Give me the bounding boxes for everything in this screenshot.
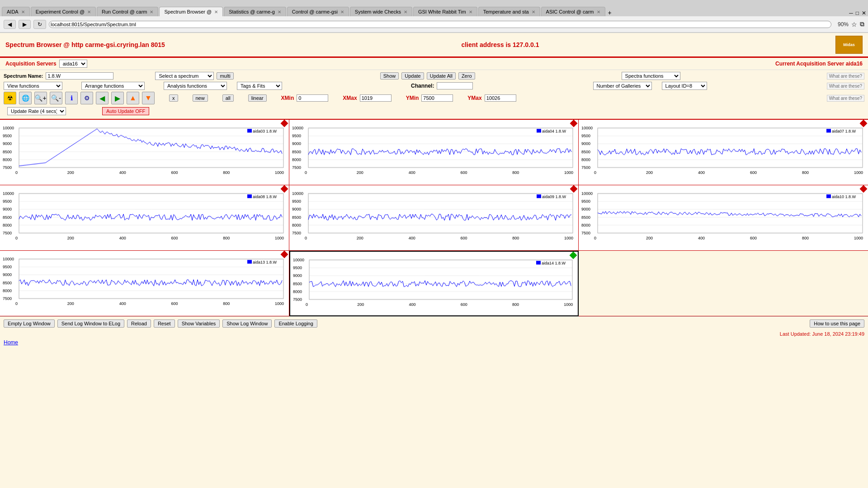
tab-control[interactable]: Control @ carme-gsi✕ — [287, 7, 349, 16]
radiation-icon-btn[interactable]: ☢ — [4, 92, 16, 104]
tab-asic[interactable]: ASIC Control @ carm✕ — [541, 7, 605, 16]
new-btn[interactable]: new — [193, 94, 208, 102]
layout-select[interactable]: Layout ID=8 — [662, 82, 707, 90]
tags-fits-select[interactable]: Tags & Fits — [237, 82, 282, 90]
view-functions-select[interactable]: View functions — [4, 82, 62, 90]
reset-btn[interactable]: Reset — [154, 319, 175, 328]
xmax-label: XMax — [343, 95, 357, 101]
all-btn[interactable]: all — [222, 94, 234, 102]
show-btn[interactable]: Show — [380, 72, 399, 80]
chart-cell-aida08[interactable] — [0, 185, 289, 251]
tab-close[interactable]: ✕ — [532, 9, 535, 14]
analysis-functions-select[interactable]: Analysis functions — [164, 82, 227, 90]
show-log-btn[interactable]: Show Log Window — [222, 319, 272, 328]
zoom-in-icon-btn[interactable]: 🔍+ — [34, 92, 47, 104]
spectra-functions-select[interactable]: Spectra functions — [622, 72, 680, 80]
forward-btn[interactable]: ▶ — [19, 20, 31, 29]
tab-close[interactable]: ✕ — [340, 9, 344, 14]
spectrum-chart-aida10[interactable] — [580, 187, 866, 241]
spectrum-chart-aida13[interactable] — [2, 253, 287, 307]
tab-statistics[interactable]: Statistics @ carme-g✕ — [224, 7, 286, 16]
zoom-out-icon-btn[interactable]: 🔍- — [50, 92, 62, 104]
xmax-input[interactable] — [360, 94, 392, 102]
chart-cell-aida09[interactable] — [289, 185, 579, 251]
chart-cell-aida14[interactable] — [289, 251, 579, 316]
tab-close[interactable]: ✕ — [21, 9, 25, 14]
channel-input[interactable] — [437, 82, 473, 89]
back-btn[interactable]: ◀ — [4, 20, 16, 29]
update-rate-select[interactable]: Update Rate (4 secs) — [7, 107, 66, 115]
minimize-btn[interactable]: ─ — [849, 10, 853, 16]
select-spectrum-dropdown[interactable]: Select a spectrum — [155, 72, 214, 80]
empty-log-btn[interactable]: Empty Log Window — [4, 319, 55, 328]
spectrum-name-input[interactable] — [46, 72, 113, 80]
tab-close[interactable]: ✕ — [278, 9, 281, 14]
url-input[interactable] — [49, 21, 831, 28]
acq-server-select[interactable]: aida16 — [59, 60, 87, 68]
spectrum-chart-aida08[interactable] — [2, 187, 287, 241]
tab-spectrum-browser[interactable]: Spectrum Browser @✕ — [159, 7, 223, 16]
acq-servers-label: Acquisition Servers — [5, 61, 57, 67]
tab-white-rabbit[interactable]: GSI White Rabbit Tim✕ — [413, 7, 477, 16]
update-btn[interactable]: Update — [401, 72, 424, 80]
send-log-btn[interactable]: Send Log Window to ELog — [57, 319, 124, 328]
tab-experiment[interactable]: Experiment Control @✕ — [31, 7, 96, 16]
zero-btn[interactable]: Zero — [458, 72, 475, 80]
up-arrow-btn[interactable]: ▲ — [127, 92, 139, 104]
ymax-label: YMax — [467, 95, 481, 101]
bookmark-icon[interactable]: ☆ — [851, 21, 857, 28]
maximize-btn[interactable]: □ — [856, 10, 859, 16]
chart-cell-aida04[interactable] — [289, 120, 579, 185]
tab-run-control[interactable]: Run Control @ carm✕ — [97, 7, 158, 16]
enable-log-btn[interactable]: Enable Logging — [274, 319, 317, 328]
tab-close[interactable]: ✕ — [150, 9, 153, 14]
chart-cell-aida13[interactable] — [0, 251, 289, 316]
extensions-icon[interactable]: ⧉ — [860, 20, 864, 28]
spectrum-chart-aida03[interactable] — [2, 122, 287, 176]
new-tab-btn[interactable]: + — [608, 9, 612, 16]
linear-btn[interactable]: linear — [248, 94, 267, 102]
what-these-3-btn[interactable]: What are these? — [827, 95, 864, 102]
page-header: Spectrum Browser @ http carme-gsi.cryrin… — [0, 33, 868, 57]
info-icon-btn[interactable]: ℹ — [65, 92, 78, 104]
chart-cell-aida10[interactable] — [579, 185, 868, 251]
reload-nav-btn[interactable]: ↻ — [33, 20, 46, 29]
tab-close[interactable]: ✕ — [87, 9, 91, 14]
what-these-2-btn[interactable]: What are these? — [827, 83, 864, 89]
globe-icon-btn[interactable]: 🌐 — [19, 92, 32, 104]
xmin-input[interactable] — [297, 94, 328, 102]
right-arrow-btn[interactable]: ▶ — [111, 92, 124, 104]
ymin-input[interactable] — [421, 94, 453, 102]
tab-close[interactable]: ✕ — [597, 9, 600, 14]
spectrum-chart-aida14[interactable] — [292, 253, 576, 308]
spectrum-chart-aida07[interactable] — [580, 122, 866, 176]
tab-aida[interactable]: AIDA✕ — [2, 7, 30, 16]
ctrl-row-3: ☢ 🌐 🔍+ 🔍- ℹ ⚙ ◀ ▶ ▲ ▼ x new all — [4, 92, 864, 104]
auto-update-btn[interactable]: Auto Update OFF — [102, 107, 149, 115]
chart-cell-aida03[interactable] — [0, 120, 289, 185]
arrange-functions-select[interactable]: Arrange functions — [81, 82, 145, 90]
reload-btn[interactable]: Reload — [127, 319, 151, 328]
tab-close[interactable]: ✕ — [469, 9, 472, 14]
home-link[interactable]: Home — [0, 338, 868, 347]
down-arrow-btn[interactable]: ▼ — [142, 92, 155, 104]
what-these-1-btn[interactable]: What are these? — [827, 73, 864, 80]
num-galleries-select[interactable]: Number of Galleries — [593, 82, 652, 90]
tab-system-checks[interactable]: System wide Checks✕ — [350, 7, 412, 16]
tab-close[interactable]: ✕ — [404, 9, 407, 14]
tab-temperature[interactable]: Temperature and sta✕ — [478, 7, 540, 16]
tab-close[interactable]: ✕ — [214, 9, 218, 14]
ymax-input[interactable] — [485, 94, 516, 102]
chart-cell-empty — [579, 251, 868, 316]
left-arrow-btn[interactable]: ◀ — [96, 92, 108, 104]
spectrum-chart-aida04[interactable] — [291, 122, 576, 176]
multi-btn[interactable]: multi — [217, 72, 233, 80]
update-all-btn[interactable]: Update All — [427, 72, 456, 80]
show-vars-btn[interactable]: Show Variables — [178, 319, 220, 328]
chart-cell-aida07[interactable] — [579, 120, 868, 185]
x-btn[interactable]: x — [169, 94, 178, 102]
close-btn[interactable]: ✕ — [862, 10, 866, 16]
spectrum-chart-aida09[interactable] — [291, 187, 576, 241]
how-to-btn[interactable]: How to use this page — [810, 319, 864, 328]
settings-icon-btn[interactable]: ⚙ — [80, 92, 93, 104]
